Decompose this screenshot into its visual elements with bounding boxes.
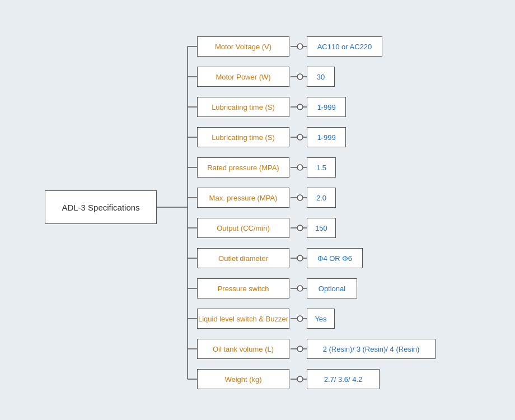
spec-box-pressure-switch: Pressure switch xyxy=(197,278,289,298)
spec-box-lub-time-2: Lubricating time (S) xyxy=(197,127,289,147)
val-box-max-pressure: 2.0 xyxy=(307,188,336,208)
spec-box-liquid-level: Liquid level switch & Buzzer xyxy=(197,309,289,329)
spec-label-outlet-diameter: Outlet diameter xyxy=(218,254,268,263)
val-box-lub-time-2: 1-999 xyxy=(307,127,346,147)
val-box-oil-tank: 2 (Resin)/ 3 (Resin)/ 4 (Resin) xyxy=(307,339,436,359)
svg-point-22 xyxy=(297,195,303,200)
root-box: ADL-3 Specifications xyxy=(45,190,157,224)
spec-label-lub-time-1: Lubricating time (S) xyxy=(212,103,275,111)
val-box-motor-power: 30 xyxy=(307,67,335,87)
val-label-liquid-level: Yes xyxy=(315,315,326,323)
spec-label-weight: Weight (kg) xyxy=(224,375,261,384)
spec-box-lub-time-1: Lubricating time (S) xyxy=(197,97,289,117)
val-box-lub-time-1: 1-999 xyxy=(307,97,346,117)
val-label-oil-tank: 2 (Resin)/ 3 (Resin)/ 4 (Resin) xyxy=(323,345,420,353)
svg-point-26 xyxy=(297,225,303,231)
diagram: ADL-3 Specifications xyxy=(0,0,515,420)
spec-label-liquid-level: Liquid level switch & Buzzer xyxy=(198,315,288,323)
val-box-motor-voltage: AC110 or AC220 xyxy=(307,36,382,57)
val-label-pressure-switch: Optional xyxy=(319,284,345,293)
val-label-outlet-diameter: Φ4 OR Φ6 xyxy=(317,254,352,263)
val-label-weight: 2.7/ 3.6/ 4.2 xyxy=(324,375,363,384)
val-label-max-pressure: 2.0 xyxy=(316,194,326,202)
val-label-motor-voltage: AC110 or AC220 xyxy=(317,43,372,51)
svg-point-10 xyxy=(297,104,303,110)
spec-label-motor-voltage: Motor Voltage (V) xyxy=(215,43,271,51)
spec-label-rated-pressure: Rated pressure (MPA) xyxy=(207,164,279,172)
svg-point-34 xyxy=(297,286,303,291)
val-label-motor-power: 30 xyxy=(317,73,325,81)
val-box-weight: 2.7/ 3.6/ 4.2 xyxy=(307,369,380,389)
spec-box-motor-voltage: Motor Voltage (V) xyxy=(197,36,289,57)
spec-box-motor-power: Motor Power (W) xyxy=(197,67,289,87)
val-box-rated-pressure: 1.5 xyxy=(307,157,336,178)
spec-box-rated-pressure: Rated pressure (MPA) xyxy=(197,157,289,178)
spec-box-max-pressure: Max. pressure (MPA) xyxy=(197,188,289,208)
spec-box-outlet-diameter: Outlet diameter xyxy=(197,248,289,268)
svg-point-14 xyxy=(297,134,303,140)
root-label: ADL-3 Specifications xyxy=(62,203,139,212)
val-label-lub-time-2: 1-999 xyxy=(317,133,335,142)
val-box-output: 150 xyxy=(307,218,336,238)
val-box-liquid-level: Yes xyxy=(307,309,335,329)
spec-box-weight: Weight (kg) xyxy=(197,369,289,389)
svg-point-38 xyxy=(297,316,303,321)
spec-label-lub-time-2: Lubricating time (S) xyxy=(212,133,275,142)
val-label-rated-pressure: 1.5 xyxy=(316,164,326,172)
svg-point-2 xyxy=(297,44,303,49)
spec-box-oil-tank: Oil tank volume (L) xyxy=(197,339,289,359)
val-box-outlet-diameter: Φ4 OR Φ6 xyxy=(307,248,363,268)
svg-point-18 xyxy=(297,165,303,170)
spec-box-output: Output (CC/min) xyxy=(197,218,289,238)
spec-label-pressure-switch: Pressure switch xyxy=(218,284,269,293)
svg-point-30 xyxy=(297,255,303,261)
spec-label-output: Output (CC/min) xyxy=(217,224,270,232)
svg-point-42 xyxy=(297,346,303,352)
val-label-output: 150 xyxy=(315,224,327,232)
svg-point-6 xyxy=(297,74,303,80)
val-label-lub-time-1: 1-999 xyxy=(317,103,335,111)
spec-label-max-pressure: Max. pressure (MPA) xyxy=(209,194,278,202)
val-box-pressure-switch: Optional xyxy=(307,278,357,298)
spec-label-oil-tank: Oil tank volume (L) xyxy=(213,345,274,353)
svg-point-46 xyxy=(297,376,303,382)
spec-label-motor-power: Motor Power (W) xyxy=(216,73,270,81)
